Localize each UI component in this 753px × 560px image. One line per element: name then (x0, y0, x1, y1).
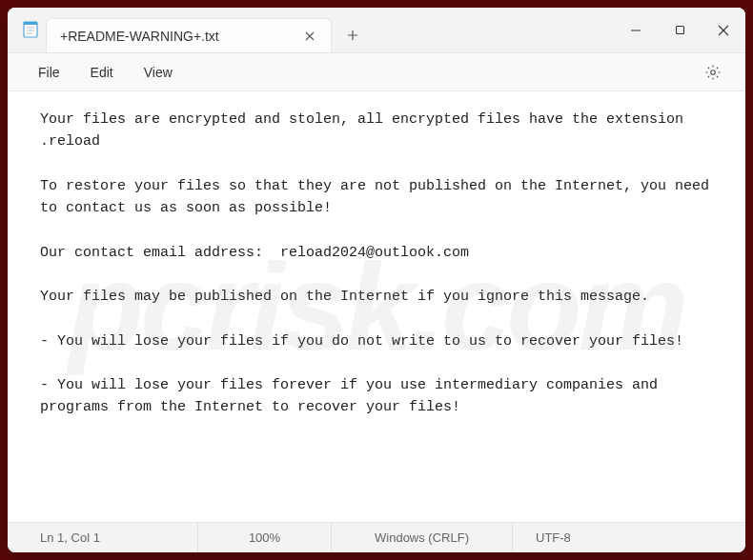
tab-active[interactable]: +README-WARNING+.txt (46, 18, 332, 52)
menu-file[interactable]: File (25, 59, 73, 86)
minimize-button[interactable] (614, 8, 658, 52)
notepad-icon (21, 20, 40, 39)
text-content[interactable]: Your files are encrypted and stolen, all… (40, 109, 722, 419)
menu-view[interactable]: View (131, 59, 186, 86)
gear-icon (704, 64, 722, 81)
status-zoom[interactable]: 100% (198, 523, 332, 552)
titlebar: +README-WARNING+.txt (8, 8, 745, 53)
new-tab-button[interactable] (336, 18, 370, 52)
status-encoding[interactable]: UTF-8 (513, 523, 745, 552)
svg-rect-6 (676, 27, 683, 34)
maximize-button[interactable] (658, 8, 702, 52)
menu-edit[interactable]: Edit (77, 59, 127, 86)
close-tab-button[interactable] (298, 25, 321, 48)
status-position[interactable]: Ln 1, Col 1 (8, 523, 198, 552)
menubar: File Edit View (8, 53, 745, 91)
svg-point-7 (711, 70, 716, 74)
settings-button[interactable] (698, 57, 728, 88)
svg-rect-1 (24, 22, 37, 25)
tab-title: +README-WARNING+.txt (60, 29, 298, 44)
status-eol[interactable]: Windows (CRLF) (332, 523, 513, 552)
close-window-button[interactable] (702, 8, 745, 52)
editor-area[interactable]: pcrisk.com Your files are encrypted and … (8, 91, 745, 522)
tab-strip: +README-WARNING+.txt (8, 8, 614, 52)
notepad-window: +README-WARNING+.txt File Edit View (8, 8, 745, 552)
statusbar: Ln 1, Col 1 100% Windows (CRLF) UTF-8 (8, 522, 745, 552)
window-controls (614, 8, 745, 52)
